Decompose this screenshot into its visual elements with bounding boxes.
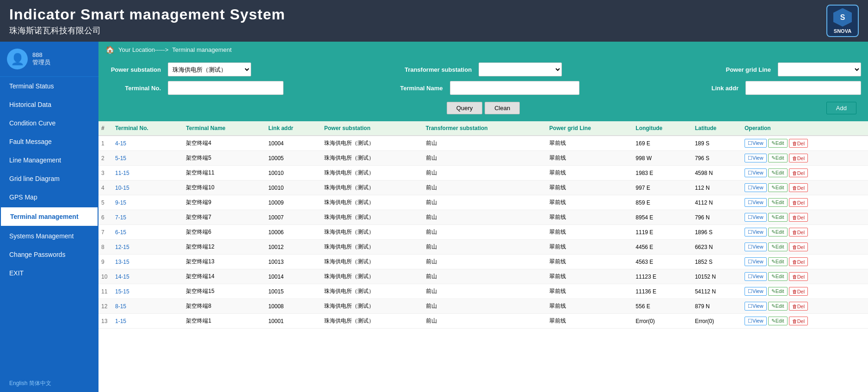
del-button[interactable]: 🗑Del [789, 317, 808, 325]
power-grid-line-select[interactable] [778, 62, 861, 76]
table-row: 5 9-15 架空终端9 10009 珠海供电所（测试） 前山 翠前线 859 … [98, 195, 868, 210]
edit-button[interactable]: ✎Edit [768, 243, 788, 251]
del-button[interactable]: 🗑Del [789, 243, 808, 251]
del-button[interactable]: 🗑Del [789, 257, 808, 266]
th-latitude: Latitude [692, 121, 742, 136]
view-button[interactable]: ☐View [745, 198, 767, 207]
link-addr-input[interactable] [745, 81, 861, 95]
header: Indicator Smart management System 珠海斯诺瓦科… [0, 0, 868, 42]
cell-operation: ☐View ✎Edit 🗑Del [742, 314, 868, 329]
cell-operation: ☐View ✎Edit 🗑Del [742, 166, 868, 180]
edit-button[interactable]: ✎Edit [768, 198, 788, 207]
terminal-name-input[interactable] [450, 81, 579, 95]
del-button[interactable]: 🗑Del [789, 272, 808, 281]
clean-button[interactable]: Clean [485, 102, 520, 114]
sidebar-item-systems-management[interactable]: Systems Management [0, 227, 98, 245]
cell-num: 8 [98, 240, 112, 255]
cell-latitude: 4598 N [692, 166, 742, 180]
del-button[interactable]: 🗑Del [789, 198, 808, 207]
del-button[interactable]: 🗑Del [789, 154, 808, 162]
edit-button[interactable]: ✎Edit [768, 257, 788, 266]
view-button[interactable]: ☐View [745, 228, 767, 236]
view-button[interactable]: ☐View [745, 257, 767, 266]
del-button[interactable]: 🗑Del [789, 139, 808, 148]
table-row: 2 5-15 架空终端5 10005 珠海供电所（测试） 前山 翠前线 998 … [98, 151, 868, 166]
cell-operation: ☐View ✎Edit 🗑Del [742, 151, 868, 166]
del-button[interactable]: 🗑Del [789, 228, 808, 236]
add-button[interactable]: Add [826, 102, 856, 114]
sidebar-item-fault-message[interactable]: Fault Message [0, 132, 98, 151]
del-button[interactable]: 🗑Del [789, 183, 808, 192]
sidebar-item-terminal-management[interactable]: Terminal management [0, 206, 98, 227]
logo-hexagon: S [833, 8, 852, 27]
cell-transformer-sub: 前山 [423, 136, 547, 151]
sidebar-item-line-management[interactable]: Line Management [0, 151, 98, 169]
edit-button[interactable]: ✎Edit [768, 168, 788, 177]
view-button[interactable]: ☐View [745, 243, 767, 251]
view-button[interactable]: ☐View [745, 154, 767, 162]
cell-latitude: 879 N [692, 299, 742, 314]
transformer-substation-select[interactable] [479, 62, 562, 76]
cell-power-sub: 珠海供电所（测试） [321, 136, 423, 151]
cell-transformer-sub: 前山 [423, 166, 547, 180]
power-substation-select[interactable]: 珠海供电所（测试） [168, 62, 251, 76]
cell-terminal-no: 5-15 [112, 151, 183, 166]
sidebar-item-terminal-status[interactable]: Terminal Status [0, 77, 98, 95]
edit-button[interactable]: ✎Edit [768, 154, 788, 162]
view-button[interactable]: ☐View [745, 302, 767, 311]
del-button[interactable]: 🗑Del [789, 213, 808, 222]
sidebar-item-condition-curve[interactable]: Condition Curve [0, 114, 98, 132]
cell-link-addr: 10014 [265, 269, 321, 284]
user-icon: 👤 [11, 53, 25, 66]
sidebar-item-change-passwords[interactable]: Change Passwords [0, 245, 98, 264]
user-role: 管理员 [32, 58, 50, 67]
cell-operation: ☐View ✎Edit 🗑Del [742, 284, 868, 299]
breadcrumb: 🏠 Your Location-----> Terminal managemen… [98, 42, 868, 58]
edit-button[interactable]: ✎Edit [768, 228, 788, 236]
table-row: 13 1-15 架空终端1 10001 珠海供电所（测试） 前山 翠前线 Err… [98, 314, 868, 329]
cell-latitude: 796 S [692, 151, 742, 166]
company-logo: S SNOVA [826, 5, 859, 37]
edit-button[interactable]: ✎Edit [768, 287, 788, 296]
table-row: 10 14-15 架空终端14 10014 珠海供电所（测试） 前山 翠前线 1… [98, 269, 868, 284]
cell-longitude: 11136 E [633, 284, 692, 299]
query-button[interactable]: Query [447, 102, 482, 114]
table-row: 8 12-15 架空终端12 10012 珠海供电所（测试） 前山 翠前线 44… [98, 240, 868, 255]
del-button[interactable]: 🗑Del [789, 168, 808, 177]
cell-num: 2 [98, 151, 112, 166]
cell-terminal-name: 架空终端4 [183, 136, 265, 151]
view-button[interactable]: ☐View [745, 183, 767, 192]
del-button[interactable]: 🗑Del [789, 287, 808, 296]
edit-button[interactable]: ✎Edit [768, 183, 788, 192]
cell-power-grid: 翠前线 [547, 151, 633, 166]
view-button[interactable]: ☐View [745, 272, 767, 281]
edit-button[interactable]: ✎Edit [768, 272, 788, 281]
cell-power-grid: 翠前线 [547, 255, 633, 269]
cell-terminal-name: 架空终端12 [183, 240, 265, 255]
sidebar-item-historical-data[interactable]: Historical Data [0, 95, 98, 114]
cell-link-addr: 10015 [265, 284, 321, 299]
edit-button[interactable]: ✎Edit [768, 213, 788, 222]
edit-button[interactable]: ✎Edit [768, 302, 788, 311]
edit-button[interactable]: ✎Edit [768, 139, 788, 148]
del-button[interactable]: 🗑Del [789, 302, 808, 311]
sidebar-item-exit[interactable]: EXIT [0, 264, 98, 282]
terminal-no-input[interactable] [168, 81, 283, 95]
cell-terminal-name: 架空终端5 [183, 151, 265, 166]
cell-num: 10 [98, 269, 112, 284]
view-button[interactable]: ☐View [745, 287, 767, 296]
sidebar-item-grid-line-diagram[interactable]: Grid line Diagram [0, 169, 98, 188]
view-button[interactable]: ☐View [745, 139, 767, 148]
view-button[interactable]: ☐View [745, 317, 767, 325]
cell-terminal-no: 12-15 [112, 240, 183, 255]
cell-operation: ☐View ✎Edit 🗑Del [742, 299, 868, 314]
cell-terminal-name: 架空终端1 [183, 314, 265, 329]
cell-num: 12 [98, 299, 112, 314]
view-button[interactable]: ☐View [745, 168, 767, 177]
language-switch[interactable]: English 简体中文 [0, 375, 98, 392]
sidebar-item-gps-map[interactable]: GPS Map [0, 188, 98, 206]
edit-button[interactable]: ✎Edit [768, 317, 788, 325]
view-button[interactable]: ☐View [745, 213, 767, 222]
cell-power-sub: 珠海供电所（测试） [321, 180, 423, 195]
table-body: 1 4-15 架空终端4 10004 珠海供电所（测试） 前山 翠前线 169 … [98, 136, 868, 329]
